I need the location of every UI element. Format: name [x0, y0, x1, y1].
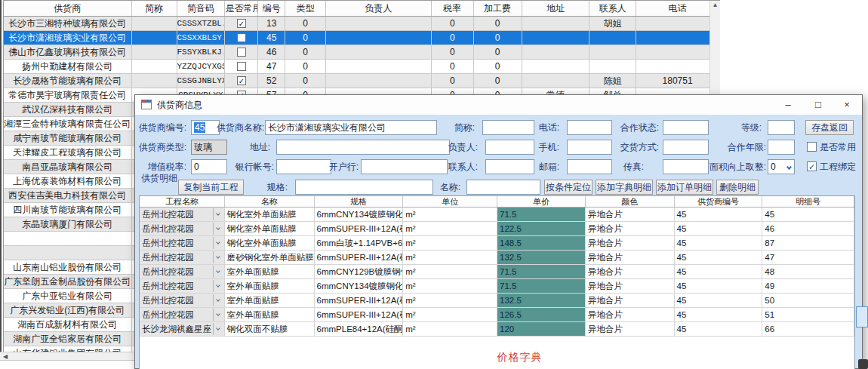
grid-cell-spec[interactable]: 6mmPLE84+12A(硅酮胶...: [315, 322, 404, 336]
grid-cell-project[interactable]: 岳州北控花园: [140, 251, 225, 264]
project-combo-button[interactable]: [213, 223, 223, 235]
grid-cell-detail_id[interactable]: 48: [762, 265, 854, 278]
dialog-titlebar[interactable]: 供货商信息 – □ ×: [135, 95, 862, 115]
grid-cell-supplier_id[interactable]: 45: [675, 322, 763, 336]
grid-cell-color[interactable]: 异地合片: [586, 208, 675, 221]
common-checkbox[interactable]: ✓: [237, 76, 246, 85]
grid-row[interactable]: 岳州北控花园室外单面贴膜6mmCNY134镀膜钢化m²71.5异地合片4549: [140, 279, 854, 294]
vat-rate-input[interactable]: 0: [191, 159, 227, 174]
grid-cell-detail_id[interactable]: 66: [762, 322, 854, 336]
column-header-addr[interactable]: 地址: [522, 1, 590, 16]
spec-filter-input[interactable]: [295, 180, 433, 195]
save-return-button[interactable]: 存盘返回: [805, 120, 854, 135]
grid-cell-unit[interactable]: m²: [403, 208, 497, 221]
column-header-name[interactable]: 供货商: [4, 1, 132, 16]
common-checkbox[interactable]: [237, 62, 246, 71]
supplier-id-input[interactable]: 45: [191, 120, 220, 135]
grid-row[interactable]: 岳州北控花园钢化室外单面贴膜6mmCNY134镀膜钢化m²71.5异地合片454…: [140, 208, 854, 222]
grade-input[interactable]: [768, 120, 795, 135]
grid-cell-project[interactable]: 岳州北控花园: [140, 294, 225, 307]
grid-cell-price[interactable]: 71.5: [497, 279, 586, 293]
grid-cell-spec[interactable]: 6mmCNY129B镀膜钢化: [315, 265, 404, 278]
copy-current-project-button[interactable]: 复制当前工程: [178, 180, 244, 195]
grid-cell-supplier_id[interactable]: 45: [675, 308, 763, 321]
grid-cell-color[interactable]: 异地合片: [586, 294, 675, 307]
grid-cell-project[interactable]: 岳州北控花园: [140, 308, 225, 321]
fax-input[interactable]: [663, 159, 709, 174]
mobile-input[interactable]: [567, 140, 612, 155]
grid-column-header-unit[interactable]: 单位: [403, 196, 497, 207]
grid-cell-detail_id[interactable]: 50: [762, 294, 854, 307]
grid-row[interactable]: 长沙龙湖祺鑫星座钢化双面不贴膜6mmPLE84+12A(硅酮胶...m²120异…: [140, 322, 854, 337]
grid-scrollbar-thumb[interactable]: [856, 306, 868, 327]
grid-row[interactable]: 岳州北控花园室外单面贴膜6mmSUPER-III+12A(硅...m²126.5…: [140, 308, 854, 322]
grid-cell-name[interactable]: 钢化室外单面贴膜: [225, 222, 315, 235]
grid-cell-spec[interactable]: 6mmSUPER-III+12A(硅...: [315, 308, 404, 321]
bank-branch-input[interactable]: [361, 159, 448, 174]
project-combo-button[interactable]: [213, 251, 223, 263]
common-checkbox[interactable]: [237, 33, 246, 42]
horizontal-scrollbar[interactable]: ◀: [0, 352, 134, 361]
grid-cell-color[interactable]: 异地合片: [586, 308, 675, 321]
close-button[interactable]: ×: [834, 95, 860, 115]
grid-cell-price[interactable]: 71.5: [497, 208, 586, 221]
grid-column-header-project[interactable]: 工程名称: [140, 196, 225, 207]
column-header-short[interactable]: 简称: [132, 1, 177, 16]
grid-cell-color[interactable]: 异地合片: [586, 322, 675, 336]
project-combo-button[interactable]: [213, 237, 223, 249]
grid-cell-project[interactable]: 岳州北控花园: [140, 279, 225, 293]
grid-cell-name[interactable]: 室外单面贴膜: [225, 308, 315, 321]
locate-by-condition-button[interactable]: 按条件定位: [544, 180, 593, 195]
column-header-common[interactable]: 是否常用: [225, 1, 258, 16]
grid-cell-spec[interactable]: 6mmSUPER-III+12A(硅...: [315, 251, 404, 264]
grid-cell-project[interactable]: 岳州北控花园: [140, 208, 225, 221]
is-common-checkbox[interactable]: [807, 142, 817, 152]
add-dictionary-detail-button[interactable]: 添加字典明细: [596, 180, 653, 195]
grid-cell-name[interactable]: 钢化室外单面贴膜: [225, 208, 315, 221]
grid-column-header-supplier_id[interactable]: 供货商编号: [675, 196, 763, 207]
grid-cell-price[interactable]: 120: [497, 322, 586, 336]
grid-column-header-color[interactable]: 颜色: [586, 196, 675, 207]
grid-cell-unit[interactable]: m²: [403, 279, 497, 293]
phone-input[interactable]: [567, 120, 612, 135]
supplier-row[interactable]: 长沙市三湘特种玻璃有限公司CSSSXTZBL...✓13000胡姐: [4, 17, 719, 31]
grid-cell-supplier_id[interactable]: 45: [675, 294, 763, 307]
minimize-button[interactable]: –: [774, 95, 802, 115]
coop-years-input[interactable]: [768, 140, 795, 155]
supplier-row[interactable]: 长沙市潇湘玻璃实业有限公司CSSXXBLSY...45000: [4, 31, 719, 45]
grid-cell-detail_id[interactable]: 46: [762, 222, 854, 235]
column-header-id[interactable]: 编号: [258, 1, 285, 16]
address-input[interactable]: [276, 140, 450, 155]
supplier-row[interactable]: 扬州中勤建材有限公司YZZQJCYXGS47000: [4, 60, 719, 74]
supplier-row[interactable]: 佛山市亿鑫玻璃科技有限公司FSSYXBLKJ...46000: [4, 45, 719, 60]
vertical-scrollbar[interactable]: ▲: [709, 1, 720, 106]
grid-cell-price[interactable]: 126.5: [497, 308, 586, 321]
grid-cell-color[interactable]: 异地合片: [586, 222, 675, 235]
grid-cell-color[interactable]: 异地合片: [586, 265, 675, 278]
grid-cell-name[interactable]: 磨砂钢化室外单面贴膜: [225, 251, 315, 264]
grid-cell-detail_id[interactable]: 49: [762, 279, 854, 293]
grid-row[interactable]: 岳州北控花园室外单面贴膜6mmCNY129B镀膜钢化m²71.5异地合片4548: [140, 265, 854, 279]
grid-cell-name[interactable]: 室外单面贴膜: [225, 279, 315, 293]
column-header-phone[interactable]: 电话: [636, 1, 719, 16]
grid-cell-color[interactable]: 异地合片: [586, 251, 675, 264]
grid-cell-spec[interactable]: 6mmCNY134镀膜钢化: [315, 208, 404, 221]
delete-detail-button[interactable]: 删除明细: [716, 180, 759, 195]
project-combo-button[interactable]: [213, 266, 223, 278]
column-header-tax[interactable]: 税率: [432, 1, 474, 16]
grid-cell-unit[interactable]: m²: [403, 236, 497, 250]
supplier-name-input[interactable]: 长沙市潇湘玻璃实业有限公司: [265, 120, 437, 135]
grid-cell-supplier_id[interactable]: 45: [675, 279, 763, 293]
area-round-up-select[interactable]: 0: [768, 159, 795, 174]
project-combo-button[interactable]: [213, 309, 223, 321]
grid-cell-price[interactable]: 132.5: [497, 294, 586, 307]
column-header-manager[interactable]: 负责人: [326, 1, 432, 16]
grid-cell-supplier_id[interactable]: 45: [675, 222, 763, 235]
grid-cell-project[interactable]: 岳州北控花园: [140, 236, 225, 250]
grid-cell-price[interactable]: 132.5: [497, 251, 586, 264]
grid-column-header-price[interactable]: 单价: [497, 196, 586, 207]
grid-cell-name[interactable]: 室外单面贴膜: [225, 265, 315, 278]
grid-column-header-spec[interactable]: 规格: [315, 196, 404, 207]
project-bind-checkbox[interactable]: ✓: [807, 161, 817, 171]
grid-cell-spec[interactable]: 6mm白玻+1.14PVB+6mm...: [315, 236, 404, 250]
